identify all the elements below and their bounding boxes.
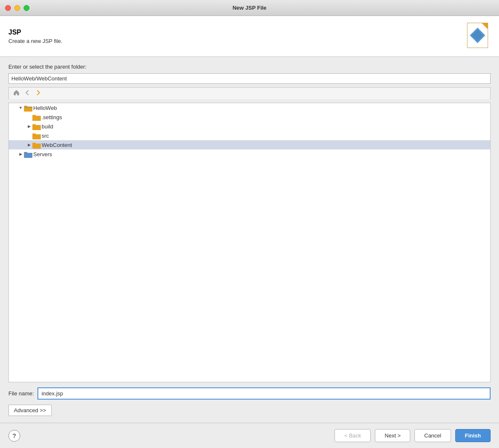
back-toolbar-button[interactable] bbox=[23, 89, 32, 98]
tree-label-src: src bbox=[42, 133, 49, 139]
folder-icon-src bbox=[32, 133, 40, 139]
folder-label: Enter or select the parent folder: bbox=[8, 64, 491, 70]
jsp-file-icon bbox=[467, 23, 491, 50]
advanced-button[interactable]: Advanced >> bbox=[8, 405, 52, 416]
dialog-content: JSP Create a new JSP file. Enter or sele… bbox=[0, 16, 499, 448]
svg-rect-12 bbox=[24, 152, 27, 154]
tree-label-build: build bbox=[42, 123, 53, 130]
window-controls[interactable] bbox=[5, 5, 29, 11]
minimize-button[interactable] bbox=[14, 5, 20, 11]
tree-node-webcontent[interactable]: ▶ WebContent bbox=[9, 140, 490, 149]
dialog-header: JSP Create a new JSP file. bbox=[0, 16, 499, 57]
back-button[interactable]: < Back bbox=[334, 429, 371, 442]
tree-node-servers[interactable]: ▶ Servers bbox=[9, 149, 490, 159]
dialog-footer: ? < Back Next > Cancel Finish bbox=[0, 423, 499, 448]
folder-icon-servers bbox=[24, 151, 32, 157]
forward-toolbar-button[interactable] bbox=[34, 89, 42, 98]
home-toolbar-button[interactable] bbox=[12, 89, 21, 98]
tree-node-build[interactable]: ▶ build bbox=[9, 122, 490, 131]
filename-input[interactable] bbox=[37, 387, 491, 400]
tree-label-servers: Servers bbox=[33, 151, 52, 157]
folder-icon-build bbox=[32, 123, 40, 129]
next-button[interactable]: Next > bbox=[375, 429, 410, 442]
finish-button[interactable]: Finish bbox=[455, 429, 491, 442]
tree-node-src[interactable]: src bbox=[9, 131, 490, 140]
tree-toggle-build[interactable]: ▶ bbox=[26, 123, 32, 130]
tree-toggle-webcontent[interactable]: ▶ bbox=[26, 141, 32, 148]
footer-left: ? bbox=[8, 430, 20, 442]
filename-label: File name: bbox=[8, 390, 34, 397]
tree-label-helloweb: HelloWeb bbox=[33, 105, 57, 111]
close-button[interactable] bbox=[5, 5, 11, 11]
cancel-button[interactable]: Cancel bbox=[414, 429, 451, 442]
folder-input[interactable] bbox=[8, 73, 491, 84]
svg-rect-2 bbox=[24, 107, 32, 108]
header-text: JSP Create a new JSP file. bbox=[8, 29, 62, 44]
tree-node-helloweb[interactable]: ▼ HelloWeb bbox=[9, 103, 490, 112]
dialog-title: JSP bbox=[8, 29, 62, 36]
file-tree[interactable]: ▼ HelloWeb bbox=[8, 103, 491, 382]
svg-rect-8 bbox=[32, 133, 36, 135]
tree-label-webcontent: WebContent bbox=[42, 142, 72, 148]
tree-label-settings: .settings bbox=[42, 114, 62, 120]
svg-rect-6 bbox=[32, 124, 36, 126]
dialog-subtitle: Create a new JSP file. bbox=[8, 38, 62, 44]
footer-right: < Back Next > Cancel Finish bbox=[334, 429, 491, 442]
tree-node-settings[interactable]: .settings bbox=[9, 112, 490, 122]
tree-toolbar bbox=[8, 87, 491, 99]
svg-rect-10 bbox=[32, 143, 36, 144]
window-title: New JSP File bbox=[233, 5, 267, 11]
dialog-body: Enter or select the parent folder: bbox=[0, 57, 499, 423]
titlebar: New JSP File bbox=[0, 0, 499, 16]
tree-toggle-helloweb[interactable]: ▼ bbox=[17, 104, 24, 111]
diamond-icon bbox=[470, 28, 486, 43]
folder-icon-settings bbox=[32, 114, 40, 120]
svg-rect-4 bbox=[32, 115, 36, 117]
maximize-button[interactable] bbox=[24, 5, 29, 11]
folder-icon-webcontent bbox=[32, 142, 40, 148]
help-button[interactable]: ? bbox=[8, 430, 20, 442]
tree-toggle-src[interactable] bbox=[26, 132, 32, 139]
folder-icon-helloweb bbox=[24, 105, 32, 111]
tree-toggle-servers[interactable]: ▶ bbox=[17, 151, 24, 157]
tree-toggle-settings[interactable] bbox=[26, 114, 32, 120]
filename-row: File name: bbox=[8, 387, 491, 400]
